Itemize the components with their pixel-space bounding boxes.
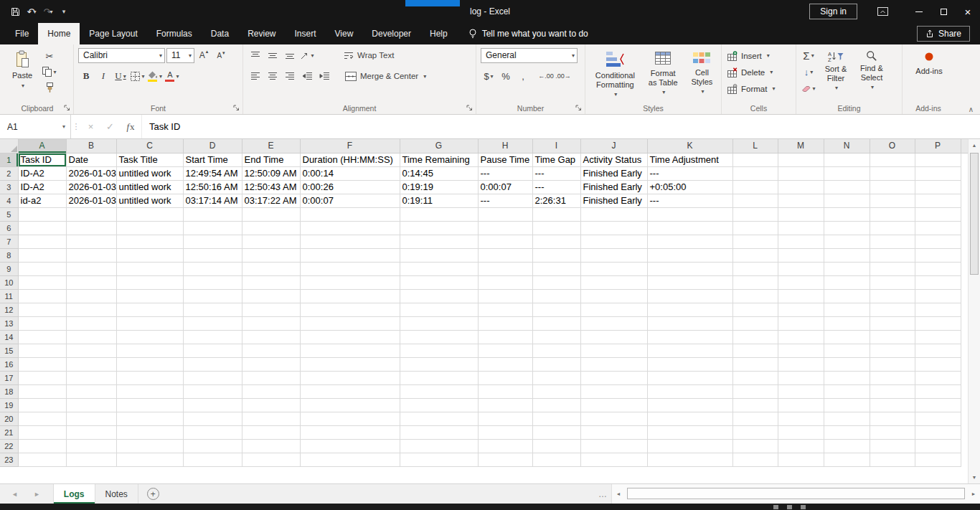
cell-P22[interactable] bbox=[915, 439, 961, 453]
borders-button[interactable]: ▾ bbox=[130, 69, 146, 83]
cell-M4[interactable] bbox=[778, 194, 824, 207]
cell-A14[interactable] bbox=[18, 330, 66, 344]
cell-N15[interactable] bbox=[824, 344, 870, 357]
share-button[interactable]: Share bbox=[917, 26, 970, 42]
minimize-button[interactable] bbox=[907, 0, 931, 23]
cell-B5[interactable] bbox=[66, 207, 116, 221]
cell-I13[interactable] bbox=[532, 316, 580, 330]
format-painter-button[interactable] bbox=[42, 80, 57, 95]
cell-I9[interactable] bbox=[532, 262, 580, 275]
cell-J11[interactable] bbox=[580, 289, 647, 303]
row-header-13[interactable]: 13 bbox=[0, 316, 18, 330]
cell-J9[interactable] bbox=[580, 262, 647, 275]
cell-F3[interactable]: 0:00:26 bbox=[300, 180, 400, 194]
cell-P16[interactable] bbox=[915, 357, 961, 371]
customize-quick-access-button[interactable]: ▾ bbox=[57, 3, 72, 20]
row-header-6[interactable]: 6 bbox=[0, 221, 18, 235]
cell-M17[interactable] bbox=[778, 371, 824, 384]
cell-F20[interactable] bbox=[300, 412, 400, 425]
cut-button[interactable]: ✂ bbox=[42, 49, 57, 63]
cell-M11[interactable] bbox=[778, 289, 824, 303]
cell-O17[interactable] bbox=[870, 371, 915, 384]
cell-A4[interactable]: id-a2 bbox=[18, 194, 66, 207]
cell-G19[interactable] bbox=[400, 398, 478, 412]
cell-P11[interactable] bbox=[915, 289, 961, 303]
cell-M5[interactable] bbox=[778, 207, 824, 221]
sign-in-button[interactable]: Sign in bbox=[809, 4, 857, 19]
cell-O1[interactable] bbox=[870, 153, 915, 166]
cell-K13[interactable] bbox=[647, 316, 732, 330]
clipboard-dialog-launcher[interactable] bbox=[63, 104, 71, 112]
cell-D20[interactable] bbox=[183, 412, 242, 425]
cell-A1[interactable]: Task ID bbox=[18, 153, 66, 166]
cell-E20[interactable] bbox=[242, 412, 300, 425]
cell-G18[interactable] bbox=[400, 384, 478, 398]
row-header-23[interactable]: 23 bbox=[0, 453, 18, 466]
cell-J19[interactable] bbox=[580, 398, 647, 412]
cell-H12[interactable] bbox=[478, 303, 532, 316]
insert-cells-button[interactable]: Insert ▾ bbox=[726, 48, 793, 63]
cell-C10[interactable] bbox=[116, 275, 183, 289]
cell-B6[interactable] bbox=[66, 221, 116, 235]
fill-button[interactable]: ↓▾ bbox=[801, 65, 816, 79]
cell-D10[interactable] bbox=[183, 275, 242, 289]
cell-B17[interactable] bbox=[66, 371, 116, 384]
cell-F13[interactable] bbox=[300, 316, 400, 330]
cell-N13[interactable] bbox=[824, 316, 870, 330]
cell-E19[interactable] bbox=[242, 398, 300, 412]
cell-J14[interactable] bbox=[580, 330, 647, 344]
cell-H17[interactable] bbox=[478, 371, 532, 384]
cell-E9[interactable] bbox=[242, 262, 300, 275]
clear-button[interactable]: ▾ bbox=[801, 81, 816, 95]
font-size-combo[interactable]: 11▾ bbox=[166, 48, 194, 63]
cell-D3[interactable]: 12:50:16 AM bbox=[183, 180, 242, 194]
cell-K11[interactable] bbox=[647, 289, 732, 303]
cell-G3[interactable]: 0:19:19 bbox=[400, 180, 478, 194]
cell-E15[interactable] bbox=[242, 344, 300, 357]
cell-O8[interactable] bbox=[870, 248, 915, 262]
cell-K5[interactable] bbox=[647, 207, 732, 221]
cell-E3[interactable]: 12:50:43 AM bbox=[242, 180, 300, 194]
delete-cells-button[interactable]: Delete ▾ bbox=[726, 65, 793, 80]
cell-B13[interactable] bbox=[66, 316, 116, 330]
cell-K1[interactable]: Time Adjustment bbox=[647, 153, 732, 166]
comma-style-button[interactable]: , bbox=[515, 69, 531, 83]
format-cells-button[interactable]: Format ▾ bbox=[726, 81, 793, 96]
cell-L6[interactable] bbox=[732, 221, 778, 235]
cell-N18[interactable] bbox=[824, 384, 870, 398]
increase-font-size-button[interactable]: A▴ bbox=[196, 48, 212, 62]
cell-M14[interactable] bbox=[778, 330, 824, 344]
cell-L11[interactable] bbox=[732, 289, 778, 303]
cell-H19[interactable] bbox=[478, 398, 532, 412]
normal-view-button[interactable] bbox=[773, 505, 778, 509]
cell-L16[interactable] bbox=[732, 357, 778, 371]
cell-D8[interactable] bbox=[183, 248, 242, 262]
cell-F12[interactable] bbox=[300, 303, 400, 316]
cell-styles-button[interactable]: Cell Styles ▾ bbox=[686, 47, 718, 102]
cell-M8[interactable] bbox=[778, 248, 824, 262]
cell-O3[interactable] bbox=[870, 180, 915, 194]
cell-G7[interactable] bbox=[400, 235, 478, 248]
cell-G21[interactable] bbox=[400, 425, 478, 439]
cell-E12[interactable] bbox=[242, 303, 300, 316]
row-header-16[interactable]: 16 bbox=[0, 357, 18, 371]
cell-M3[interactable] bbox=[778, 180, 824, 194]
cell-K15[interactable] bbox=[647, 344, 732, 357]
cell-I4[interactable]: 2:26:31 bbox=[532, 194, 580, 207]
cell-F14[interactable] bbox=[300, 330, 400, 344]
cell-M18[interactable] bbox=[778, 384, 824, 398]
center-button[interactable] bbox=[265, 69, 281, 83]
cell-F6[interactable] bbox=[300, 221, 400, 235]
cell-I18[interactable] bbox=[532, 384, 580, 398]
undo-button[interactable]: ↶▾ bbox=[24, 3, 39, 20]
cell-H8[interactable] bbox=[478, 248, 532, 262]
cell-C15[interactable] bbox=[116, 344, 183, 357]
cell-O21[interactable] bbox=[870, 425, 915, 439]
cell-P3[interactable] bbox=[915, 180, 961, 194]
align-left-button[interactable] bbox=[248, 69, 263, 83]
cell-F8[interactable] bbox=[300, 248, 400, 262]
sheetbar-overflow-handle[interactable]: … bbox=[598, 484, 607, 504]
cell-O5[interactable] bbox=[870, 207, 915, 221]
cell-E14[interactable] bbox=[242, 330, 300, 344]
column-header-E[interactable]: E bbox=[242, 139, 300, 153]
